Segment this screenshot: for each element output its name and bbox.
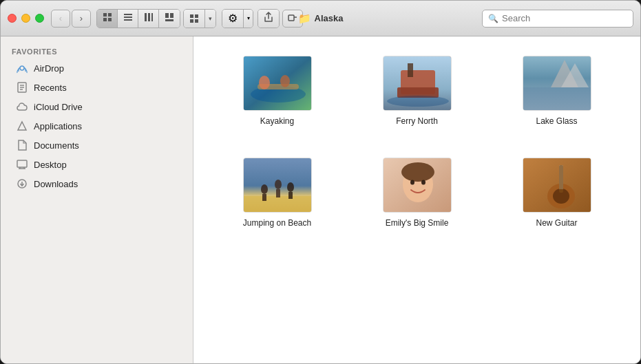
svg-rect-10 <box>165 13 169 18</box>
group-button: ▾ <box>183 9 216 28</box>
applications-icon <box>16 120 28 132</box>
svg-rect-15 <box>190 19 193 23</box>
sidebar-item-downloads[interactable]: Downloads <box>5 174 189 193</box>
icon-view-button[interactable] <box>97 10 118 28</box>
favorites-header: Favorites <box>1 43 193 58</box>
file-label-kayaking: Kayaking <box>260 116 294 126</box>
airdrop-icon <box>16 62 28 74</box>
share-button[interactable] <box>258 10 279 28</box>
column-view-button[interactable] <box>138 10 159 28</box>
svg-rect-46 <box>262 194 266 201</box>
list-icon <box>123 12 133 24</box>
file-label-smile: Emily's Big Smile <box>386 218 449 228</box>
main-content: Favorites AirDrop <box>1 36 640 363</box>
file-thumb-ferry <box>383 56 452 111</box>
svg-rect-37 <box>408 63 413 77</box>
file-label-beach: Jumping on Beach <box>243 218 311 228</box>
gear-button[interactable]: ⚙ <box>222 10 243 28</box>
file-grid: Kayaking <box>214 50 620 233</box>
gear-dropdown-arrow[interactable]: ▾ <box>243 10 253 28</box>
svg-rect-12 <box>165 19 174 21</box>
sidebar-item-recents[interactable]: Recents <box>5 78 189 97</box>
back-button[interactable]: ‹ <box>51 10 70 28</box>
sidebar-item-icloud[interactable]: iCloud Drive <box>5 97 189 116</box>
file-thumb-lake <box>523 56 591 111</box>
gallery-view-button[interactable] <box>159 10 180 28</box>
svg-point-33 <box>280 75 290 87</box>
svg-rect-23 <box>17 160 27 167</box>
svg-rect-0 <box>103 13 107 17</box>
svg-rect-9 <box>151 13 153 21</box>
search-input[interactable] <box>502 13 627 23</box>
file-item-smile[interactable]: Emily's Big Smile <box>354 152 480 233</box>
svg-rect-4 <box>124 14 132 15</box>
svg-point-49 <box>287 182 294 192</box>
maximize-button[interactable] <box>35 14 44 23</box>
columns-icon <box>144 12 154 24</box>
file-thumb-smile <box>383 158 452 213</box>
gear-icon: ⚙ <box>228 12 238 25</box>
sidebar-item-documents[interactable]: Documents <box>5 136 189 155</box>
sidebar-item-airdrop[interactable]: AirDrop <box>5 58 189 78</box>
recents-label: Recents <box>34 83 67 93</box>
file-label-guitar: New Guitar <box>536 218 577 228</box>
svg-rect-16 <box>195 19 198 23</box>
titlebar: ‹ › <box>1 1 640 36</box>
tag-icon <box>288 12 297 25</box>
svg-point-32 <box>259 76 270 89</box>
airdrop-label: AirDrop <box>34 63 64 74</box>
sidebar-item-desktop[interactable]: Desktop <box>5 155 189 174</box>
file-area: Kayaking <box>193 36 640 363</box>
forward-button[interactable]: › <box>72 10 91 28</box>
group-by-button[interactable] <box>184 10 204 28</box>
file-item-guitar[interactable]: New Guitar <box>494 152 620 233</box>
svg-rect-7 <box>145 13 147 21</box>
file-item-beach[interactable]: Jumping on Beach <box>214 152 340 233</box>
gallery-icon <box>165 12 174 24</box>
svg-point-55 <box>421 180 425 185</box>
svg-point-45 <box>261 184 268 194</box>
file-thumb-guitar <box>523 158 591 213</box>
window-controls <box>8 14 44 23</box>
group-by-arrow[interactable]: ▾ <box>204 10 216 28</box>
window-title-area: 📁 Alaska <box>298 12 344 25</box>
file-item-kayaking[interactable]: Kayaking <box>214 50 340 131</box>
svg-rect-14 <box>195 14 198 18</box>
svg-rect-8 <box>148 13 150 21</box>
sidebar-item-applications[interactable]: Applications <box>5 116 189 136</box>
svg-rect-2 <box>103 18 107 21</box>
share-button-group <box>258 9 280 28</box>
thumbnail-image <box>244 56 311 110</box>
file-item-lake[interactable]: Lake Glass <box>494 50 620 131</box>
svg-rect-17 <box>288 15 294 21</box>
svg-point-53 <box>401 162 434 182</box>
applications-label: Applications <box>34 121 82 131</box>
nav-buttons: ‹ › <box>51 10 91 28</box>
sidebar: Favorites AirDrop <box>1 36 193 363</box>
close-button[interactable] <box>8 14 17 23</box>
svg-rect-6 <box>124 19 132 21</box>
svg-rect-13 <box>190 14 193 18</box>
search-icon: 🔍 <box>488 14 498 23</box>
downloads-label: Downloads <box>34 179 78 189</box>
recents-icon <box>16 81 28 94</box>
svg-point-38 <box>387 96 449 107</box>
svg-rect-48 <box>276 189 280 197</box>
svg-rect-50 <box>288 192 293 199</box>
desktop-icon <box>16 158 28 171</box>
desktop-label: Desktop <box>34 160 67 170</box>
finder-window: ‹ › <box>0 0 641 364</box>
downloads-icon <box>16 178 28 190</box>
list-view-button[interactable] <box>118 10 138 28</box>
svg-point-47 <box>275 180 282 189</box>
share-icon <box>264 12 273 25</box>
file-item-ferry[interactable]: Ferry North <box>354 50 480 131</box>
svg-rect-1 <box>108 13 112 17</box>
svg-rect-5 <box>124 17 132 18</box>
svg-rect-29 <box>244 56 312 111</box>
minimize-button[interactable] <box>21 14 30 23</box>
thumbnail-image <box>244 158 311 212</box>
action-button: ⚙ ▾ <box>222 9 253 28</box>
documents-label: Documents <box>34 140 79 151</box>
file-thumb-beach <box>243 158 312 213</box>
